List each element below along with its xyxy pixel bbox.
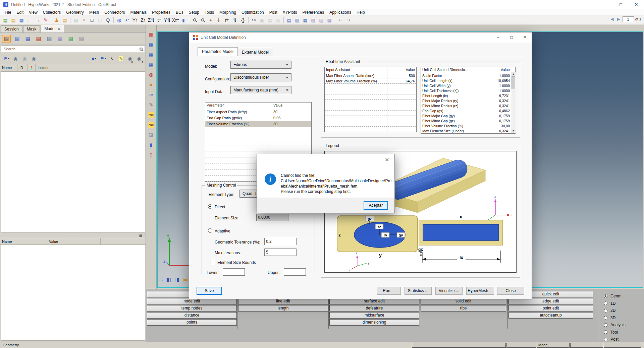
mode-1d[interactable]: 1D [604,301,615,306]
table-row[interactable] [325,94,416,100]
copy-icon[interactable]: ▣ [258,16,266,24]
solver-view-icon[interactable]: ▮ [148,141,155,148]
column-header[interactable]: Value [272,102,311,109]
panel-ribs-button[interactable]: ribs [421,305,506,311]
panel-points-button[interactable]: points [147,319,237,326]
show-reverse-icon[interactable]: ◉ [30,55,37,63]
folder-time-icon[interactable]: ▤ [34,35,43,43]
entity-table-icon[interactable]: ▦ [148,61,155,68]
layout-right-icon[interactable]: ▨ [317,16,325,24]
scroll-up-icon[interactable]: ▲ [511,72,516,76]
menu-setup[interactable]: Setup [186,9,202,15]
menu-help[interactable]: Help [354,9,368,15]
axis-view-z-icon[interactable]: Z↑ [139,16,147,24]
panel-dimensioning-button[interactable]: dimensioning [329,319,419,326]
table-row[interactable]: Fiber Length (lx)9,7231 [421,93,515,98]
element-axes-icon[interactable]: ▣ [183,276,188,283]
section-cut-icon[interactable]: ◪ [148,131,155,138]
import-icon[interactable]: ← [25,16,34,24]
measure-icon[interactable]: ✎ [148,101,155,108]
search-input[interactable] [3,47,140,51]
delete-icon[interactable]: ✕ [80,16,88,24]
isolate-one-icon[interactable]: ◉1 [136,55,143,63]
sidebar-tab-session[interactable]: Session [1,25,22,32]
panel-autocleanup-button[interactable]: autocleanup [508,312,593,319]
scroll-thumb[interactable] [512,76,515,89]
tab-close-icon[interactable]: ✕ [57,27,60,31]
tree-header-id[interactable]: ID [17,64,28,71]
contact-browser-icon[interactable]: ◍ [148,71,155,78]
close-button[interactable]: Close [497,287,524,295]
mode-2d[interactable]: 2D [604,308,615,313]
menu-geometry[interactable]: Geometry [63,9,87,15]
arrows-vertical-icon[interactable]: ⇅ [231,16,239,24]
panel-layout-icon[interactable]: ▢ [96,16,104,24]
folder-mesh-icon[interactable]: ▤ [45,35,54,43]
layout-two-icon[interactable]: ▥ [293,16,301,24]
layout-quad-icon[interactable]: ▩ [325,16,333,24]
mode-radio[interactable] [604,316,607,320]
column-header[interactable]: Input Assistant [325,67,387,73]
mode-radio[interactable] [604,330,607,334]
panel-length-button[interactable]: length [238,305,328,311]
folder-spline-icon[interactable]: ▤ [56,35,64,43]
search-icon[interactable] [140,48,143,51]
element-size-bounds-checkbox[interactable] [211,260,215,264]
column-header[interactable]: Value [482,67,515,73]
page-back-icon[interactable]: ◀ [609,16,614,22]
column-header[interactable]: Unit Cell Scaled Dimensio... [421,67,482,73]
model-table-icon[interactable]: ▦ [148,31,155,38]
hypermesh-button[interactable]: HyperMesh ... [466,287,494,295]
table-row[interactable]: Fiber Minor Radius (rz)0,3241 [421,103,515,108]
upper-bound-input[interactable] [284,268,306,276]
table-row[interactable] [325,116,416,121]
menu-properties[interactable]: Properties [149,9,173,15]
table-row[interactable] [325,84,416,89]
tab-parametric-model[interactable]: Parametric Model [198,47,238,56]
model-tree-area[interactable] [1,71,145,233]
panel-defeature-button[interactable]: defeature [329,305,419,311]
window-minimize-button[interactable]: – [598,0,613,9]
panel-temp-nodes-button[interactable]: temp nodes [147,305,237,311]
mode-3d[interactable]: 3D [604,316,615,320]
mode-geom[interactable]: Geom [604,294,622,298]
menu-applications[interactable]: Applications [327,9,354,15]
user-profile-icon[interactable]: ♟ [53,16,61,24]
layout-grid-icon[interactable]: ▦ [301,16,309,24]
axis-view-t-icon[interactable]: t↑ [155,16,163,24]
menu-xyplots[interactable]: XYPlots [280,9,300,15]
find-entities-icon[interactable]: Q [104,16,112,24]
input-assistant-table[interactable]: Input AssistantValueMax Fiber Aspect Rat… [324,67,417,132]
tree-header-include[interactable]: Include [36,64,55,71]
table-row[interactable]: End Gap Ratio (gx/lx)0.05 [205,115,311,121]
matrix-table-icon[interactable]: ▦ [148,51,155,58]
axis-view-y-icon[interactable]: Y↑ [131,16,139,24]
pan-icon[interactable]: ✛ [215,16,223,24]
table-row[interactable]: Fiber Volume Fraction (%)30 [205,121,311,127]
folder-component-icon[interactable]: ▤ [23,35,32,43]
menu-morphing[interactable]: Morphing [217,9,239,15]
panel-point-edit-button[interactable]: point edit [508,305,593,311]
direct-radio[interactable] [208,204,212,209]
mask-table-icon[interactable]: ▦ [148,41,155,48]
visualize-button[interactable]: Visualize ... [435,287,463,295]
menu-file[interactable]: File [2,9,14,15]
menu-edit[interactable]: Edit [14,9,26,15]
pointer-icon[interactable]: ↖ [108,55,116,63]
sphere-tool-icon[interactable]: ● [148,81,155,88]
mode-analysis[interactable]: Analysis [604,323,626,327]
mode-radio[interactable] [604,294,607,298]
save-file-icon[interactable]: ▦ [17,16,25,24]
blue-cubes-icon[interactable]: ◧ [166,276,171,283]
dialog-close-button[interactable]: ✕ [518,32,532,43]
layout-single-icon[interactable]: ▤ [285,16,293,24]
max-iterations-input[interactable] [264,249,297,256]
panel-distance-button[interactable]: distance [147,312,237,319]
splitter-grid-icon[interactable]: ▦ [139,233,142,238]
scaled-dimensions-table[interactable]: Unit Cell Scaled Dimensio...ValueScale F… [421,67,516,134]
menu-view[interactable]: View [26,9,40,15]
table-row[interactable] [205,139,311,145]
prop-header-name[interactable]: Name [0,238,47,245]
table-row[interactable]: Fiber Volume Fraction (%)30,00 [421,123,515,128]
table-row[interactable]: Unit Cell Width (y)1.0000 [421,83,515,88]
